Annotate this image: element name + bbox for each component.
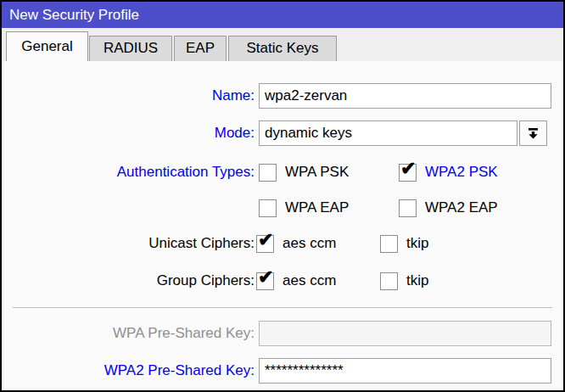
group-tkip-checkbox[interactable]	[380, 272, 398, 290]
mode-label: Mode:	[2, 120, 255, 146]
unicast-tkip-checkbox[interactable]	[380, 235, 398, 253]
wpa2-preshared-key-input[interactable]	[259, 358, 551, 384]
unicast-aes-ccm-label[interactable]: aes ccm	[282, 235, 336, 252]
tab-static-keys[interactable]: Static Keys	[228, 36, 337, 61]
wpa-preshared-key-label: WPA Pre-Shared Key:	[2, 321, 255, 346]
dialog-titlebar[interactable]: New Security Profile	[2, 2, 563, 28]
group-aes-ccm-label[interactable]: aes ccm	[282, 272, 336, 289]
wpa2-psk-checkbox[interactable]: ✔	[399, 164, 417, 182]
wpa2-eap-checkbox[interactable]	[399, 199, 417, 217]
tab-strip: General RADIUS EAP Static Keys	[2, 28, 563, 61]
group-aes-ccm-checkbox[interactable]: ✔	[256, 272, 274, 290]
wpa-eap-label[interactable]: WPA EAP	[285, 199, 349, 216]
auth-wpa2-eap-group: WPA2 EAP	[399, 195, 498, 221]
unicast-tkip-label[interactable]: tkip	[406, 235, 428, 252]
tab-general[interactable]: General	[6, 31, 88, 61]
wpa-eap-checkbox[interactable]	[259, 199, 277, 217]
wpa-psk-label[interactable]: WPA PSK	[285, 164, 349, 181]
unicast-aes-ccm-checkbox[interactable]: ✔	[256, 235, 274, 253]
check-icon: ✔	[400, 160, 416, 178]
tab-radius[interactable]: RADIUS	[89, 36, 172, 61]
wpa-psk-checkbox[interactable]	[259, 164, 277, 182]
wpa2-psk-label[interactable]: WPA2 PSK	[425, 164, 498, 181]
group-aes-group: ✔ aes ccm	[256, 268, 336, 294]
name-label: Name:	[2, 83, 255, 109]
unicast-aes-group: ✔ aes ccm	[256, 231, 336, 256]
auth-wpa-psk-group: WPA PSK	[259, 160, 349, 185]
check-icon: ✔	[258, 268, 273, 287]
auth-wpa2-psk-group: ✔ WPA2 PSK	[399, 160, 498, 185]
authentication-types-label: Authentication Types:	[2, 160, 255, 185]
wpa2-preshared-key-label: WPA2 Pre-Shared Key:	[2, 358, 255, 384]
unicast-tkip-group: tkip	[380, 231, 428, 256]
new-security-profile-dialog: New Security Profile General RADIUS EAP …	[0, 0, 565, 392]
group-tkip-label[interactable]: tkip	[406, 272, 428, 289]
unicast-ciphers-label: Unicast Ciphers:	[2, 231, 255, 256]
dialog-title: New Security Profile	[9, 7, 139, 23]
group-tkip-group: tkip	[380, 268, 428, 294]
name-input[interactable]	[259, 83, 551, 109]
dropdown-arrow-icon	[527, 127, 540, 140]
mode-input[interactable]	[259, 120, 517, 146]
wpa-preshared-key-input	[259, 321, 551, 346]
tab-eap[interactable]: EAP	[174, 36, 227, 61]
check-icon: ✔	[258, 231, 273, 249]
section-divider	[13, 307, 552, 308]
auth-wpa-eap-group: WPA EAP	[259, 195, 349, 221]
group-ciphers-label: Group Ciphers:	[2, 268, 255, 294]
wpa2-eap-label[interactable]: WPA2 EAP	[425, 199, 498, 216]
mode-dropdown-button[interactable]	[519, 120, 547, 146]
